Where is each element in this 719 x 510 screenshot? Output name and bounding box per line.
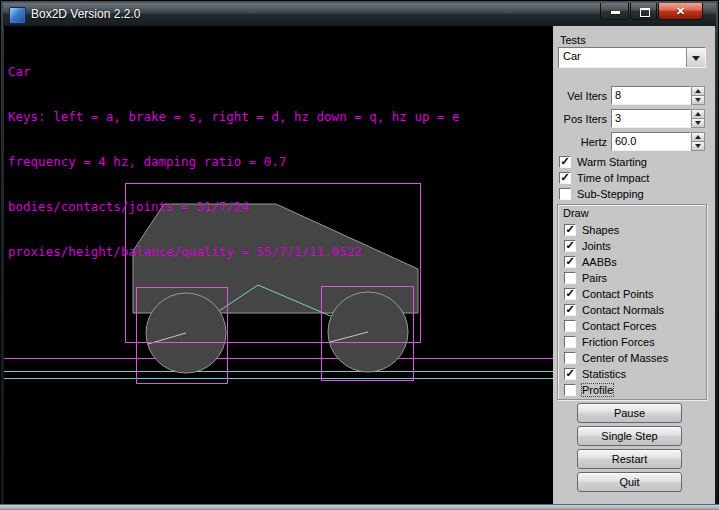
- checkbox-time-of-impact[interactable]: ✓Time of Impact: [559, 170, 713, 186]
- checkbox-aabbs[interactable]: ✓AABBs: [564, 254, 704, 270]
- tests-label: Tests: [560, 34, 586, 46]
- spinner-arrows: [691, 86, 705, 105]
- window-title: Box2D Version 2.2.0: [31, 7, 140, 21]
- spinner-group: Vel Iters8Pos Iters3Hertz60.0: [553, 86, 715, 155]
- checked-box-icon: ✓: [564, 240, 576, 252]
- titlebar[interactable]: Box2D Version 2.2.0 ✕: [3, 3, 716, 27]
- spinner-label: Vel Iters: [553, 90, 607, 102]
- checked-box-icon: ✓: [564, 256, 576, 268]
- checkbox-sub-stepping[interactable]: Sub-Stepping: [559, 186, 713, 202]
- close-button[interactable]: ✕: [658, 3, 703, 20]
- pos-iters-input[interactable]: 3: [611, 109, 691, 128]
- checkbox-label: Warm Starting: [577, 156, 647, 168]
- spinner-pos-iters: Pos Iters3: [553, 109, 715, 128]
- box2d-window: Box2D Version 2.2.0 ✕ Car Keys: left = a…: [0, 0, 719, 510]
- checkbox-label: Friction Forces: [582, 336, 655, 348]
- unchecked-box-icon: [559, 188, 571, 200]
- spinner-hertz: Hertz60.0: [553, 132, 715, 151]
- spinner-label: Pos Iters: [553, 113, 607, 125]
- checkbox-warm-starting[interactable]: ✓Warm Starting: [559, 154, 713, 170]
- arrow-up-icon: [695, 89, 701, 93]
- tests-dropdown[interactable]: Car: [558, 47, 706, 68]
- window-controls: ✕: [600, 3, 703, 21]
- spinner-arrows: [691, 109, 705, 128]
- checkbox-center-of-masses[interactable]: Center of Masses: [564, 350, 704, 366]
- checkbox-contact-forces[interactable]: Contact Forces: [564, 318, 704, 334]
- hud-line-counts: bodies/contacts/joints = 31/7/24: [8, 199, 460, 214]
- vel-iters-input[interactable]: 8: [611, 86, 691, 105]
- checkbox-label: Contact Points: [582, 288, 654, 300]
- checkbox-label: Pairs: [582, 272, 607, 284]
- hud-line-keys: Keys: left = a, brake = s, right = d, hz…: [8, 109, 460, 124]
- vel-iters-decrement-button[interactable]: [691, 96, 705, 105]
- hud-line-test-name: Car: [8, 64, 460, 79]
- tests-dropdown-button[interactable]: [686, 48, 705, 67]
- pos-iters-increment-button[interactable]: [691, 109, 705, 119]
- unchecked-box-icon: [564, 272, 576, 284]
- close-icon: ✕: [659, 5, 702, 18]
- checked-box-icon: ✓: [559, 172, 571, 184]
- spinner-label: Hertz: [553, 136, 607, 148]
- unchecked-box-icon: [564, 352, 576, 364]
- checkbox-label: Contact Normals: [582, 304, 664, 316]
- checkbox-label: Time of Impact: [577, 172, 649, 184]
- hud-line-frequency: frequency = 4 hz, damping ratio = 0.7: [8, 154, 460, 169]
- hud-line-proxies: proxies/height/balance/quality = 55/7/1/…: [8, 244, 460, 259]
- checkbox-statistics[interactable]: ✓Statistics: [564, 366, 704, 382]
- quit-button[interactable]: Quit: [577, 472, 682, 492]
- hertz-input[interactable]: 60.0: [611, 132, 691, 151]
- minimize-button[interactable]: [600, 3, 629, 20]
- debug-text: Car Keys: left = a, brake = s, right = d…: [8, 34, 460, 289]
- checkbox-profile[interactable]: Profile: [564, 382, 704, 398]
- app-icon: [9, 7, 26, 24]
- spinner-arrows: [691, 132, 705, 151]
- draw-group-title: Draw: [563, 207, 589, 219]
- checkbox-pairs[interactable]: Pairs: [564, 270, 704, 286]
- tests-dropdown-value: Car: [563, 50, 581, 62]
- hertz-increment-button[interactable]: [691, 132, 705, 142]
- checked-box-icon: ✓: [564, 288, 576, 300]
- chevron-down-icon: [692, 56, 700, 61]
- checkbox-shapes[interactable]: ✓Shapes: [564, 222, 704, 238]
- checkbox-contact-points[interactable]: ✓Contact Points: [564, 286, 704, 302]
- restart-button[interactable]: Restart: [577, 449, 682, 469]
- arrow-down-icon: [695, 144, 701, 148]
- checkbox-label: Profile: [582, 384, 613, 396]
- checkbox-label: AABBs: [582, 256, 617, 268]
- checkbox-friction-forces[interactable]: Friction Forces: [564, 334, 704, 350]
- minimize-icon: [611, 11, 620, 14]
- arrow-down-icon: [695, 98, 701, 102]
- simulation-canvas[interactable]: Car Keys: left = a, brake = s, right = d…: [4, 26, 553, 505]
- maximize-icon: [640, 8, 650, 17]
- checkbox-label: Contact Forces: [582, 320, 657, 332]
- vel-iters-increment-button[interactable]: [691, 86, 705, 96]
- arrow-up-icon: [695, 112, 701, 116]
- maximize-button[interactable]: [630, 3, 657, 20]
- action-buttons: PauseSingle StepRestartQuit: [577, 403, 682, 495]
- checkbox-label: Statistics: [582, 368, 626, 380]
- checked-box-icon: ✓: [564, 224, 576, 236]
- draw-groupbox: Draw ✓Shapes✓Joints✓AABBsPairs✓Contact P…: [557, 204, 707, 400]
- pos-iters-decrement-button[interactable]: [691, 119, 705, 128]
- spinner-vel-iters: Vel Iters8: [553, 86, 715, 105]
- control-panel: Tests Car Vel Iters8Pos Iters3Hertz60.0 …: [553, 26, 715, 505]
- pause-button[interactable]: Pause: [577, 403, 682, 423]
- unchecked-box-icon: [564, 320, 576, 332]
- checked-box-icon: ✓: [564, 304, 576, 316]
- checked-box-icon: ✓: [559, 156, 571, 168]
- hertz-decrement-button[interactable]: [691, 142, 705, 151]
- unchecked-box-icon: [564, 384, 576, 396]
- solver-checkboxes: ✓Warm Starting✓Time of ImpactSub-Steppin…: [559, 154, 713, 202]
- checkbox-label: Joints: [582, 240, 611, 252]
- checkbox-contact-normals[interactable]: ✓Contact Normals: [564, 302, 704, 318]
- checkbox-label: Shapes: [582, 224, 619, 236]
- checked-box-icon: ✓: [564, 368, 576, 380]
- checkbox-label: Sub-Stepping: [577, 188, 644, 200]
- checkbox-joints[interactable]: ✓Joints: [564, 238, 704, 254]
- single-step-button[interactable]: Single Step: [577, 426, 682, 446]
- checkbox-label: Center of Masses: [582, 352, 668, 364]
- arrow-up-icon: [695, 135, 701, 139]
- unchecked-box-icon: [564, 336, 576, 348]
- arrow-down-icon: [695, 121, 701, 125]
- draw-checkboxes: ✓Shapes✓Joints✓AABBsPairs✓Contact Points…: [564, 222, 704, 398]
